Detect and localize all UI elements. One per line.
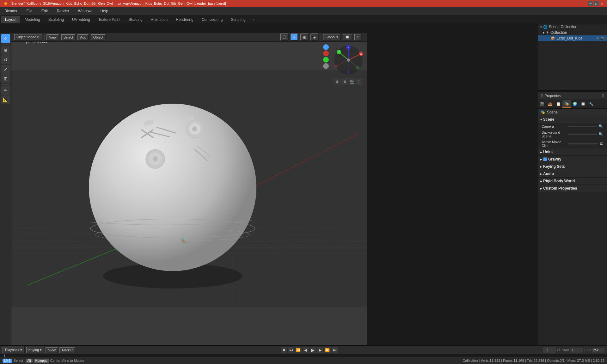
timeline-controls: Playback ▾ Keying ▾ View Marker (3, 347, 75, 353)
props-icon-object[interactable]: 🔲 (579, 100, 587, 108)
viewport-shading-rendered[interactable]: ◈ (310, 33, 319, 41)
svg-point-75 (347, 70, 350, 74)
svg-point-76 (347, 58, 350, 62)
status-select: LMB Select (3, 359, 23, 363)
next-keyframe-button[interactable]: ▶ (317, 347, 323, 353)
jump-start-button[interactable]: ⏮ (288, 347, 294, 353)
background-scene-selector[interactable] (567, 134, 597, 135)
gravity-section-header[interactable]: ▸ Gravity (538, 156, 607, 163)
tool-move[interactable]: ⊕ (1, 46, 10, 55)
gravity-triangle: ▸ (540, 158, 542, 161)
outliner-item-echo-dot[interactable]: ▸ 📦 Echo_Dot_Kids 👁 📷 (538, 35, 607, 41)
prev-frame-button[interactable]: ⏪ (295, 347, 302, 353)
props-icon-output[interactable]: 📤 (546, 100, 554, 108)
titlebar: 🔶 Blender* [K:\!!!conv_3\18\Amazon_Kids_… (0, 0, 607, 7)
zoom-in-button[interactable]: ⊕ (334, 78, 340, 85)
stop-button[interactable]: ■ (281, 347, 287, 353)
custom-props-section-header[interactable]: ▸ Custom Properties (538, 185, 607, 192)
start-frame-input[interactable] (570, 348, 583, 353)
view-top-sphere[interactable] (323, 44, 329, 50)
object-menu[interactable]: Object (91, 34, 106, 40)
props-icon-modifiers[interactable]: 🔧 (587, 100, 595, 108)
tab-compositing[interactable]: Compositing (198, 16, 227, 23)
tab-texture-paint[interactable]: Texture Paint (95, 16, 124, 23)
background-scene-select-button[interactable]: 🔍 (598, 132, 603, 136)
camera-view-button[interactable]: 📷 (349, 78, 356, 85)
tool-transform[interactable]: ⊞ (1, 74, 10, 83)
playback-menu[interactable]: Playback ▾ (3, 347, 25, 353)
menu-render[interactable]: Render (55, 8, 71, 14)
view-back-sphere[interactable] (323, 63, 329, 69)
prev-keyframe-button[interactable]: ◀ (303, 347, 309, 353)
camera-selector[interactable] (567, 126, 597, 127)
view-side-sphere[interactable] (323, 57, 329, 63)
tool-cursor[interactable]: ✛ (1, 34, 10, 43)
marker-menu[interactable]: Marker (59, 347, 75, 353)
play-button[interactable]: ▶ (310, 347, 316, 353)
audio-label: Audio (543, 172, 554, 176)
props-icon-world[interactable]: 🌍 (571, 100, 579, 108)
viewport-shading-wire[interactable]: ⬡ (280, 33, 289, 41)
viewport-shading-solid[interactable]: ● (291, 33, 298, 41)
global-local-toggle[interactable]: Global ▾ (323, 34, 341, 40)
props-options-button[interactable]: ⚙ (601, 94, 604, 98)
menu-file[interactable]: File (24, 8, 34, 14)
proportional-edit[interactable]: ⊙ (354, 34, 362, 40)
menu-edit[interactable]: Edit (40, 8, 50, 14)
statusbar: LMB Select Alt Numpad Center View to Mou… (0, 357, 607, 364)
viewport-shading-material[interactable]: ◉ (300, 33, 309, 41)
scene-icon-label: 🎭 (540, 110, 545, 114)
rigid-body-section-header[interactable]: ▸ Rigid Body World (538, 178, 607, 185)
minimize-button[interactable]: ─ (588, 1, 593, 6)
tab-layout[interactable]: Layout (1, 16, 20, 23)
snap-toggle[interactable]: 🔲 (343, 34, 352, 40)
close-button[interactable]: ✕ (599, 1, 604, 6)
tab-uv-editing[interactable]: UV Editing (68, 16, 94, 23)
menu-help[interactable]: Help (98, 8, 110, 14)
units-section-header[interactable]: ▸ Units (538, 149, 607, 156)
viewport[interactable]: Object Mode ▾ View Select Add Object ⬡ ●… (11, 33, 367, 345)
movie-clip-select-button[interactable]: 📽 (599, 142, 603, 146)
add-workspace-button[interactable]: + (250, 16, 258, 23)
tab-rendering[interactable]: Rendering (172, 16, 197, 23)
tab-sculpting[interactable]: Sculpting (45, 16, 68, 23)
tool-rotate[interactable]: ↺ (1, 55, 10, 64)
tool-annotate[interactable]: ✏ (1, 86, 10, 95)
tab-modeling[interactable]: Modeling (21, 16, 44, 23)
props-panel-header: ⚙ Properties ⚙ (538, 91, 607, 100)
mode-selector[interactable]: Object Mode ▾ (14, 34, 42, 40)
menu-window[interactable]: Window (76, 8, 94, 14)
tab-shading[interactable]: Shading (125, 16, 146, 23)
audio-section-header[interactable]: ▸ Audio (538, 170, 607, 178)
props-icon-scene[interactable]: 🎭 (562, 100, 571, 108)
menu-blender[interactable]: Blender (3, 8, 19, 14)
tab-scripting[interactable]: Scripting (227, 16, 249, 23)
tool-measure[interactable]: 📐 (1, 95, 10, 104)
scene-background[interactable]: User Perspective (Local) (1) Collection … (11, 33, 367, 345)
camera-select-button[interactable]: 🔍 (598, 124, 603, 129)
tool-scale[interactable]: ⤢ (1, 65, 10, 74)
keying-sets-section-header[interactable]: ▸ Keying Sets (538, 163, 607, 170)
outliner-item-collection[interactable]: ▾ 👁 Collection (538, 30, 607, 35)
movie-clip-selector[interactable] (568, 143, 598, 144)
frame-current-input[interactable] (543, 347, 556, 353)
frame-all-button[interactable]: ⬚ (356, 78, 363, 85)
keying-menu[interactable]: Keying ▾ (26, 347, 45, 353)
view-front-sphere[interactable] (323, 51, 329, 56)
next-frame-button[interactable]: ⏩ (324, 347, 331, 353)
gravity-checkbox[interactable] (543, 157, 547, 161)
scene-section-header[interactable]: ▾ Scene (538, 116, 607, 123)
view-menu-timeline[interactable]: View (46, 347, 58, 353)
end-frame-input[interactable] (592, 348, 604, 353)
props-icon-view-layer[interactable]: 📋 (554, 100, 562, 108)
maximize-button[interactable]: □ (594, 1, 599, 6)
zoom-out-button[interactable]: ⊖ (341, 78, 348, 85)
outliner-item-scene-collection[interactable]: ▾ 🌐 Scene Collection (538, 24, 607, 30)
props-icon-render[interactable]: 🎬 (538, 100, 546, 108)
jump-end-button[interactable]: ⏭ (332, 347, 338, 353)
active-movie-clip-row: Active Movie Clip 📽 (538, 139, 607, 149)
select-menu[interactable]: Select (61, 34, 76, 40)
view-menu[interactable]: View (46, 34, 59, 40)
tab-animation[interactable]: Animation (147, 16, 171, 23)
add-menu[interactable]: Add (77, 34, 89, 40)
